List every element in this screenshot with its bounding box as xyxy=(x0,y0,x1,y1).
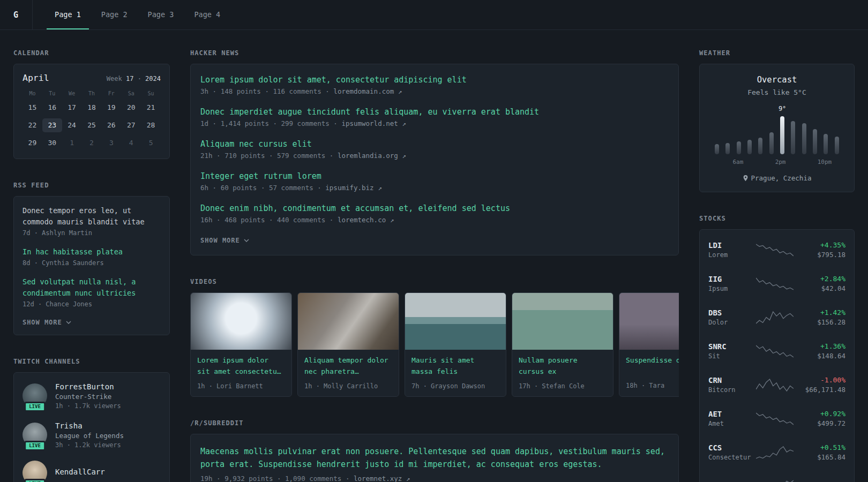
page-tab[interactable]: Page 3 xyxy=(140,0,182,29)
video-thumbnail[interactable] xyxy=(405,293,506,350)
calendar-day: 1 xyxy=(62,136,82,150)
stock-row[interactable]: CRN Bitcorn -1.00% $66,171.48 xyxy=(708,368,845,402)
news-meta: 6h · 60 points · 57 comments · ipsumify.… xyxy=(200,184,669,192)
news-title[interactable]: Donec imperdiet augue tincidunt felis al… xyxy=(200,107,669,117)
stock-change: +1.36% xyxy=(794,342,845,350)
stock-id: DBS Dolor xyxy=(708,308,755,326)
app-logo: G xyxy=(13,0,33,29)
stock-name: Consectetur xyxy=(708,454,755,461)
rss-item-title[interactable]: Donec tempor eros leo, ut commodo mauris… xyxy=(23,205,161,228)
video-meta: 18h · Tara xyxy=(626,382,679,389)
video-card[interactable]: Suspendisse diam 18h · Tara xyxy=(619,292,679,397)
stock-symbol: IIG xyxy=(708,275,755,283)
stock-row[interactable]: CCS Consectetur +0.51% $165.84 xyxy=(708,435,845,469)
news-show-more-button[interactable]: SHOW MORE xyxy=(200,237,249,244)
rss-item-title[interactable]: In hac habitasse platea xyxy=(23,246,161,258)
videos-widget: VIDEOS Lorem ipsum dolor sit amet consec… xyxy=(190,278,679,397)
video-card[interactable]: Nullam posuere cursus ex 17h · Stefan Co… xyxy=(512,292,613,397)
twitch-channel[interactable]: LIVE ForrestBurton Counter-Strike 1h · 1… xyxy=(23,382,161,410)
stock-row[interactable]: AET Amet +0.92% $499.72 xyxy=(708,402,845,435)
channel-name[interactable]: Trisha xyxy=(55,421,124,430)
stock-row[interactable]: IIG Ipsum +2.84% $42.04 xyxy=(708,267,845,300)
page-tabs: Page 1 Page 2 Page 3 Page 4 xyxy=(47,0,228,29)
calendar-week-value: 17 xyxy=(126,75,133,82)
stock-row[interactable]: SNRC Sit +1.36% $148.64 xyxy=(708,334,845,368)
weather-bar-column: 9° xyxy=(777,115,788,154)
post-title[interactable]: Maecenas mollis pulvinar erat non posuer… xyxy=(200,445,669,471)
video-title[interactable]: Mauris sit amet massa felis xyxy=(411,355,499,378)
channel-name[interactable]: ForrestBurton xyxy=(55,382,121,391)
weather-bar xyxy=(802,123,806,154)
rss-item-title[interactable]: Sed volutpat nulla nisl, a condimentum n… xyxy=(23,276,161,299)
page-tab[interactable]: Page 4 xyxy=(186,0,228,29)
video-card[interactable]: Lorem ipsum dolor sit amet consectetu… 1… xyxy=(190,292,292,397)
weather-bar-column xyxy=(755,115,766,154)
stock-values: +0.51% $165.84 xyxy=(794,443,845,461)
video-title[interactable]: Lorem ipsum dolor sit amet consectetu… xyxy=(197,355,285,378)
twitch-channel[interactable]: LIVE KendallCarr xyxy=(23,461,161,482)
twitch-channel[interactable]: LIVE Trisha League of Legends 3h · 1.2k … xyxy=(23,421,161,449)
weather-bar xyxy=(747,140,752,154)
stock-row[interactable]: AHS +0.46% xyxy=(708,469,845,482)
news-domain-link[interactable]: loremtech.co ↗ xyxy=(338,216,394,224)
weather-time-label xyxy=(712,159,722,165)
news-title[interactable]: Lorem ipsum dolor sit amet, consectetur … xyxy=(200,75,669,85)
twitch-card: LIVE ForrestBurton Counter-Strike 1h · 1… xyxy=(13,372,170,482)
video-title[interactable]: Suspendisse diam xyxy=(626,355,679,377)
news-domain-link[interactable]: loremlandia.org ↗ xyxy=(338,152,406,160)
calendar-day: 3 xyxy=(101,136,121,150)
news-domain-link[interactable]: ipsumworld.net ↗ xyxy=(341,119,406,127)
page-tab[interactable]: Page 2 xyxy=(93,0,136,29)
video-card[interactable]: Aliquam tempor dolor nec pharetra… 1h · … xyxy=(297,292,399,397)
weather-time-label: 6am xyxy=(733,159,744,165)
stock-name: Lorem xyxy=(708,251,755,259)
video-thumbnail[interactable] xyxy=(298,293,399,350)
video-title[interactable]: Nullam posuere cursus ex xyxy=(519,355,607,378)
calendar-day: 15 xyxy=(23,101,42,115)
stock-price: $148.64 xyxy=(794,352,845,360)
rss-widget: RSS FEED Donec tempor eros leo, ut commo… xyxy=(13,182,170,335)
stock-change: +0.51% xyxy=(794,443,845,451)
page-tab-label: Page 2 xyxy=(101,10,128,19)
stock-row[interactable]: DBS Dolor +1.42% $156.28 xyxy=(708,300,845,334)
page-tab[interactable]: Page 1 xyxy=(47,0,89,29)
news-domain-link[interactable]: loremdomain.com ↗ xyxy=(333,87,402,95)
rss-show-more-button[interactable]: SHOW MORE xyxy=(23,319,71,326)
stock-values: +1.36% $148.64 xyxy=(794,342,845,360)
post-domain-link[interactable]: loremnet.xyz ↗ xyxy=(354,475,410,482)
news-title[interactable]: Donec enim nibh, condimentum et accumsan… xyxy=(200,204,669,213)
calendar-day: 2 xyxy=(82,136,102,150)
video-body: Nullam posuere cursus ex 17h · Stefan Co… xyxy=(512,350,613,396)
news-title[interactable]: Integer eget rutrum lorem xyxy=(200,171,669,181)
channel-avatar-wrap: LIVE xyxy=(23,423,47,447)
show-more-label: SHOW MORE xyxy=(23,319,62,326)
center-column: HACKER NEWS Lorem ipsum dolor sit amet, … xyxy=(190,49,679,482)
weather-temp-label: 9° xyxy=(779,105,786,112)
video-thumbnail[interactable] xyxy=(619,293,679,350)
weather-times-row: 6am2pm10pm xyxy=(709,159,844,165)
stock-symbol: LDI xyxy=(708,241,755,250)
weather-bar xyxy=(758,138,762,154)
channel-name[interactable]: KendallCarr xyxy=(55,468,105,476)
stock-row[interactable]: LDI Lorem +4.35% $795.18 xyxy=(708,233,845,267)
weather-card: Overcast Feels like 5°C xyxy=(699,64,855,192)
top-bar: G Page 1 Page 2 Page 3 Page 4 xyxy=(0,0,868,30)
twitch-widget: TWITCH CHANNELS LIVE ForrestBurton Count… xyxy=(13,358,170,482)
calendar-card: April Week 17 · 2024 MoTuWeThFrSaSu 1516… xyxy=(13,64,170,159)
news-title[interactable]: Aliquam nec cursus elit xyxy=(200,139,669,149)
news-domain-link[interactable]: ipsumify.biz ↗ xyxy=(325,184,381,192)
video-card[interactable]: Mauris sit amet massa felis 7h · Grayson… xyxy=(405,292,506,397)
weather-time-label xyxy=(743,159,754,165)
weather-bar xyxy=(780,116,784,154)
page-tab-label: Page 1 xyxy=(55,10,81,19)
section-heading-stocks: STOCKS xyxy=(699,215,855,222)
video-thumbnail[interactable] xyxy=(191,293,291,350)
video-thumbnail[interactable] xyxy=(512,293,613,350)
video-meta: 7h · Grayson Dawson xyxy=(411,382,499,390)
chevron-down-icon xyxy=(244,239,249,242)
video-title[interactable]: Aliquam tempor dolor nec pharetra… xyxy=(304,355,392,378)
video-meta: 17h · Stefan Cole xyxy=(519,382,607,390)
stock-price: $499.72 xyxy=(794,419,845,427)
weather-temp-chart: 9° xyxy=(709,115,844,154)
weather-bar-column xyxy=(832,115,842,154)
